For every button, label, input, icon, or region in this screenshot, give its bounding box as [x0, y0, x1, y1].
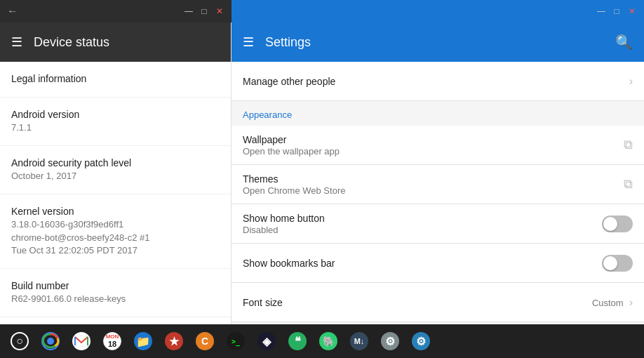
left-item-kernel[interactable]: Kernel version 3.18.0-16036-g30f3f9ed6ff…	[0, 194, 231, 269]
taskbar-settings1[interactable]: ⚙	[376, 327, 404, 355]
show-home-button-toggle-knob	[603, 217, 617, 231]
font-size-arrow: ›	[629, 296, 633, 309]
circleci-icon: C	[196, 332, 214, 350]
themes-sub: Open Chrome Web Store	[243, 185, 624, 196]
themes-row[interactable]: Themes Open Chrome Web Store ⧉	[232, 165, 644, 204]
settings-gear1-icon: ⚙	[381, 332, 399, 350]
show-home-button-content: Show home button Disabled	[243, 213, 602, 235]
left-item-android-version[interactable]: Android version 7.1.1	[0, 98, 231, 146]
left-item-security-patch-value: October 1, 2017	[11, 170, 220, 183]
themes-content: Themes Open Chrome Web Store	[243, 173, 624, 196]
window-titlebar: ← — □ ✕ — □ ✕	[0, 0, 644, 22]
manage-other-people-title: Manage other people	[243, 76, 629, 87]
show-bookmarks-bar-content: Show bookmarks bar	[243, 258, 602, 269]
right-panel: ☰ Settings 🔍 Manage other people › Appea…	[232, 22, 644, 324]
main-container: ☰ Device status Legal information Androi…	[0, 22, 644, 324]
taskbar-launcher[interactable]: ○	[6, 327, 34, 355]
themes-title: Themes	[243, 173, 624, 185]
quotes-icon: ❝	[288, 332, 307, 350]
search-button[interactable]: 🔍	[615, 34, 633, 51]
minimize-button-left[interactable]: —	[184, 6, 194, 16]
right-titlebar: — □ ✕	[232, 0, 644, 22]
left-item-build-title: Build number	[11, 280, 220, 291]
font-size-content: Font size	[243, 297, 592, 308]
show-bookmarks-bar-row[interactable]: Show bookmarks bar	[232, 244, 644, 283]
left-item-build[interactable]: Build number R62-9901.66.0 release-keys	[0, 269, 231, 317]
themes-external-icon: ⧉	[624, 177, 633, 192]
show-home-button-title: Show home button	[243, 213, 602, 224]
left-panel-title: Device status	[34, 35, 109, 50]
left-item-security-patch[interactable]: Android security patch level October 1, …	[0, 146, 231, 194]
svg-point-1	[47, 338, 54, 345]
taskbar: ○ MON 18	[0, 324, 644, 358]
markdown-icon: M↓	[350, 332, 368, 350]
show-home-button-toggle[interactable]	[602, 216, 633, 232]
show-bookmarks-bar-toggle[interactable]	[602, 255, 633, 272]
taskbar-files[interactable]: 📁	[129, 327, 157, 355]
left-item-legal[interactable]: Legal information	[0, 62, 231, 98]
settings-hamburger-icon[interactable]: ☰	[243, 34, 254, 50]
left-item-security-patch-title: Android security patch level	[11, 157, 220, 168]
font-size-value: Custom	[592, 298, 624, 308]
taskbar-quotes[interactable]: ❝	[283, 327, 311, 355]
left-titlebar: ← — □ ✕	[0, 0, 232, 22]
settings-title: Settings	[265, 35, 311, 50]
taskbar-codepen[interactable]: ◈	[253, 327, 281, 355]
taskbar-gmail[interactable]	[67, 327, 95, 355]
bookmark-icon: ★	[165, 332, 183, 350]
taskbar-bookmark[interactable]: ★	[160, 327, 188, 355]
back-button[interactable]: ←	[7, 5, 18, 18]
calendar-icon: MON 18	[103, 332, 121, 350]
maximize-button-right[interactable]: □	[612, 6, 622, 16]
taskbar-markdown[interactable]: M↓	[345, 327, 373, 355]
taskbar-settings2[interactable]: ⚙	[407, 327, 435, 355]
launcher-icon: ○	[11, 332, 29, 350]
gmail-icon	[72, 332, 90, 350]
font-size-row[interactable]: Font size Custom ›	[232, 283, 644, 322]
codepen-icon: ◈	[257, 332, 276, 350]
terminal-icon: >_	[227, 332, 245, 350]
settings-content: Manage other people › Appearance Wallpap…	[232, 62, 644, 324]
wallpaper-external-icon: ⧉	[624, 138, 633, 152]
show-home-button-row[interactable]: Show home button Disabled	[232, 204, 644, 244]
left-item-kernel-title: Kernel version	[11, 206, 220, 217]
chrome-icon	[41, 332, 60, 350]
left-content: Legal information Android version 7.1.1 …	[0, 62, 231, 324]
left-item-legal-title: Legal information	[11, 73, 220, 84]
taskbar-calendar[interactable]: MON 18	[98, 327, 126, 355]
left-item-build-value: R62-9901.66.0 release-keys	[11, 293, 220, 305]
wallpaper-title: Wallpaper	[243, 134, 624, 145]
left-panel: ☰ Device status Legal information Androi…	[0, 22, 232, 324]
font-size-title: Font size	[243, 297, 592, 308]
right-header: ☰ Settings 🔍	[232, 22, 644, 62]
evernote-icon: 🐘	[319, 332, 337, 350]
wallpaper-sub: Open the wallpaper app	[243, 146, 624, 157]
settings-gear2-icon: ⚙	[412, 332, 430, 350]
taskbar-chrome[interactable]	[36, 327, 65, 355]
wallpaper-content: Wallpaper Open the wallpaper app	[243, 134, 624, 157]
hamburger-icon[interactable]: ☰	[11, 34, 22, 50]
left-item-kernel-value: 3.18.0-16036-g30f3f9ed6ff1 chrome-bot@cr…	[11, 218, 220, 257]
manage-other-people-row[interactable]: Manage other people ›	[232, 62, 644, 101]
manage-other-people-arrow: ›	[629, 75, 633, 88]
taskbar-terminal[interactable]: >_	[222, 327, 250, 355]
appearance-section-header: Appearance	[232, 101, 644, 126]
files-icon: 📁	[134, 332, 152, 350]
left-item-android-version-title: Android version	[11, 109, 220, 120]
show-bookmarks-bar-toggle-knob	[603, 256, 617, 270]
taskbar-circleci[interactable]: C	[191, 327, 219, 355]
window-controls-left: — □ ✕	[184, 6, 224, 16]
svg-rect-2	[74, 336, 88, 347]
header-left: ☰ Settings	[243, 34, 311, 50]
close-button-right[interactable]: ✕	[627, 6, 637, 16]
left-item-android-version-value: 7.1.1	[11, 121, 220, 134]
close-button-left[interactable]: ✕	[215, 6, 224, 16]
maximize-button-left[interactable]: □	[199, 6, 209, 16]
window-controls-right: — □ ✕	[596, 6, 637, 16]
left-header: ☰ Device status	[0, 22, 231, 62]
taskbar-evernote[interactable]: 🐘	[314, 327, 342, 355]
title-controls-left: ←	[7, 5, 18, 18]
wallpaper-row[interactable]: Wallpaper Open the wallpaper app ⧉	[232, 126, 644, 165]
minimize-button-right[interactable]: —	[596, 6, 606, 16]
manage-other-people-content: Manage other people	[243, 76, 629, 87]
